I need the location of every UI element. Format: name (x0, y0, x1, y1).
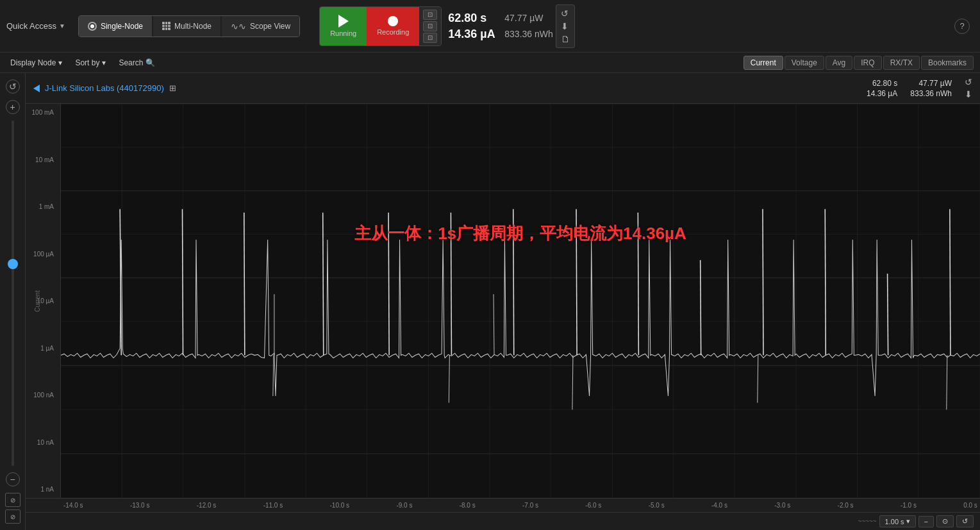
x-labels-row: -14.0 s -13.0 s -12.0 s -11.0 s -10.0 s … (61, 502, 980, 509)
tab-bookmarks[interactable]: Bookmarks (921, 56, 974, 70)
radio-filled-icon (88, 22, 97, 31)
undo-bottom-button[interactable]: ↺ (956, 515, 974, 527)
y-label-10ma: 10 mA (28, 156, 58, 163)
svg-line-28 (182, 209, 183, 355)
running-label: Running (330, 29, 356, 37)
display-node-label: Display Node (10, 58, 56, 67)
bottom-bar: ~~~~~ 1.00 s ▾ − ⊙ ↺ (26, 512, 980, 530)
stat-time: 62.80 s (448, 12, 499, 25)
record-dot-icon (388, 16, 398, 26)
search-icon: 🔍 (145, 58, 155, 67)
y-label-1ua: 1 µA (28, 345, 58, 352)
multi-node-button[interactable]: Multi-Node (153, 16, 220, 37)
y-label-100na: 100 nA (28, 392, 58, 399)
wave-icon: ∿∿ (231, 21, 246, 31)
tab-irq[interactable]: IRQ (854, 56, 881, 70)
svg-line-44 (825, 209, 826, 355)
undo-icon[interactable]: ↺ (559, 8, 572, 19)
time-window-value: 1.00 s (885, 518, 904, 526)
svg-line-29 (244, 213, 245, 356)
tab-voltage[interactable]: Voltage (785, 56, 824, 70)
icon-btn-2[interactable]: ⊡ (423, 21, 437, 31)
scope-view-label: Scope View (250, 22, 290, 31)
chart-header: J-Link Silicon Labs (440172990) ⊞ 62.80 … (26, 73, 980, 104)
search-button[interactable]: Search 🔍 (115, 56, 159, 69)
y-slider-thumb[interactable] (8, 259, 18, 269)
running-button[interactable]: Running (320, 7, 367, 46)
x-label-8: -8.0 s (460, 502, 476, 509)
triangle-icon (33, 85, 40, 92)
chart-icon-btn-2[interactable]: ⊘ (5, 509, 21, 524)
x-label-3: -3.0 s (774, 502, 790, 509)
x-label-7: -7.0 s (522, 502, 538, 509)
chart-svg-container[interactable]: 主从一体：1s广播周期，平均电流为14.36µA (61, 104, 980, 498)
device-label: J-Link Silicon Labs (440172990) ⊞ (33, 83, 176, 93)
svg-line-43 (758, 355, 758, 402)
svg-line-37 (513, 209, 514, 355)
svg-line-42 (763, 209, 763, 355)
display-node-button[interactable]: Display Node ▾ (6, 56, 66, 69)
svg-line-47 (947, 355, 947, 410)
header-energy: 833.36 nWh (910, 89, 952, 98)
stat-power: 47.77 µW (504, 13, 543, 23)
icon-btn-3[interactable]: ⊡ (423, 33, 437, 43)
download-icon[interactable]: ⬇ (559, 21, 572, 32)
single-node-button[interactable]: Single-Node (79, 16, 152, 37)
tab-current[interactable]: Current (743, 56, 783, 70)
recording-button[interactable]: Recording (367, 7, 419, 46)
y-axis-title: Current (34, 290, 41, 311)
x-label-13: -13.0 s (130, 502, 150, 509)
minus-button[interactable]: − (918, 516, 934, 527)
chevron-down-icon: ▼ (59, 22, 65, 29)
icon-btn-1[interactable]: ⊡ (423, 10, 437, 20)
document-icon[interactable]: 🗋 (559, 33, 572, 45)
scope-view-button[interactable]: ∿∿ Scope View (222, 16, 299, 37)
time-window-button[interactable]: 1.00 s ▾ (879, 515, 916, 527)
y-label-10ua: 10 µA (28, 297, 58, 304)
tab-avg[interactable]: Avg (826, 56, 852, 70)
x-label-10: -10.0 s (330, 502, 350, 509)
stats-area: 62.80 s 47.77 µW 14.36 µA 833.36 nWh (448, 12, 553, 41)
svg-line-36 (449, 355, 449, 402)
display-node-chevron: ▾ (58, 58, 62, 67)
grid-icon (162, 22, 170, 30)
y-label-10na: 10 nA (28, 439, 58, 446)
svg-line-40 (638, 213, 638, 356)
y-slider-track (12, 120, 14, 466)
zoom-scroll-btn[interactable]: ⊙ (936, 515, 954, 527)
y-label-100ua: 100 µA (28, 251, 58, 258)
zoom-out-y-button[interactable]: − (6, 472, 20, 486)
svg-line-39 (572, 355, 573, 410)
main-content: ↺ + − ⊘ ⊘ J-Link Silicon Labs (440172990… (0, 73, 980, 530)
undo-y-button[interactable]: ↺ (6, 79, 20, 94)
scroll-hint-text: ~~~~~ (858, 518, 876, 525)
svg-line-35 (494, 294, 494, 355)
sort-by-chevron: ▾ (102, 58, 106, 67)
icon-buttons-group: ⊡ ⊡ ⊡ (419, 7, 441, 46)
y-label-1ma: 1 mA (28, 203, 58, 210)
x-axis: -14.0 s -13.0 s -12.0 s -11.0 s -10.0 s … (26, 498, 980, 512)
sort-by-button[interactable]: Sort by ▾ (71, 56, 110, 69)
view-tabs: Current Voltage Avg IRQ RX/TX Bookmarks (743, 56, 974, 70)
quick-access-menu[interactable]: Quick Access ▼ (6, 21, 65, 31)
expand-icon[interactable]: ⊞ (169, 83, 176, 93)
x-label-1: -1.0 s (901, 502, 917, 509)
chart-icon-btn-1[interactable]: ⊘ (5, 493, 21, 507)
header-save-button[interactable]: ⬇ (965, 89, 972, 99)
x-label-5: -5.0 s (649, 502, 665, 509)
second-toolbar: Display Node ▾ Sort by ▾ Search 🔍 Curren… (0, 53, 980, 73)
svg-line-31 (323, 213, 324, 356)
svg-line-46 (950, 209, 951, 355)
tab-rxtx[interactable]: RX/TX (883, 56, 920, 70)
header-undo-button[interactable]: ↺ (965, 77, 972, 87)
time-window-chevron: ▾ (906, 517, 910, 526)
svg-line-32 (273, 355, 274, 396)
y-labels: 100 mA 10 mA 1 mA 100 µA 10 µA 1 µA 100 … (26, 104, 61, 498)
chart-svg (61, 104, 980, 498)
chart-header-stats: 62.80 s 14.36 µA 47.77 µW 833.36 nWh ↺ ⬇ (867, 77, 972, 99)
top-toolbar: Quick Access ▼ Single-Node Multi-Node ∿∿… (0, 0, 980, 53)
zoom-in-y-button[interactable]: + (6, 100, 20, 114)
help-button[interactable]: ? (954, 19, 970, 34)
single-node-label: Single-Node (101, 22, 143, 31)
stat-row-2: 14.36 µA 833.36 nWh (448, 28, 553, 41)
